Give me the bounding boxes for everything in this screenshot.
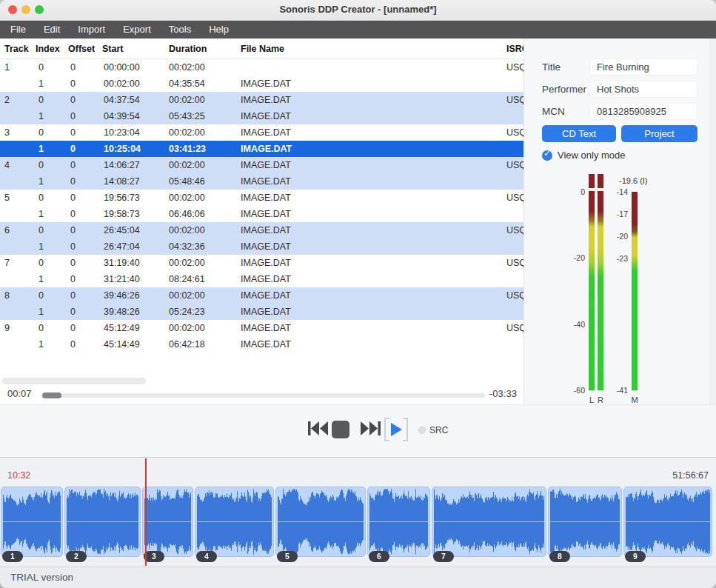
waveform-track-8[interactable] xyxy=(548,487,622,557)
col-isrc[interactable]: ISRC xyxy=(506,44,523,54)
track-number-badge: 7 xyxy=(433,551,454,562)
cell-duration: 05:43:25 xyxy=(169,108,205,124)
table-row[interactable]: 20004:37:5400:02:00IMAGE.DATUSQ xyxy=(0,92,523,108)
right-level-meter xyxy=(598,191,603,390)
col-track[interactable]: Track xyxy=(4,44,29,54)
previous-track-button[interactable] xyxy=(308,421,328,435)
cell-start: 00:00:00 xyxy=(104,59,140,76)
waveform-track-1[interactable] xyxy=(1,487,63,557)
cell-start: 00:02:00 xyxy=(104,76,140,92)
waveform-track-2[interactable] xyxy=(64,487,141,557)
table-row[interactable]: 70031:19:4000:02:00IMAGE.DATUSQ xyxy=(0,255,523,271)
table-row[interactable]: 90045:12:4900:02:00IMAGE.DATUSQ xyxy=(0,320,523,336)
seek-slider-track[interactable] xyxy=(42,393,485,398)
cell-index: 0 xyxy=(39,320,44,336)
cell-index: 0 xyxy=(39,157,44,173)
menu-bar: File Edit Import Export Tools Help xyxy=(0,21,716,39)
cell-file: IMAGE.DAT xyxy=(241,287,291,304)
cell-start: 26:45:04 xyxy=(104,222,140,238)
waveform-strip[interactable]: 123456789 xyxy=(0,485,716,567)
waveform-track-6[interactable] xyxy=(367,487,430,557)
cell-duration: 00:02:00 xyxy=(169,255,205,271)
table-row[interactable]: 60026:45:0400:02:00IMAGE.DATUSQ xyxy=(0,222,523,238)
timeline-ruler[interactable]: 10:32 51:56:67 xyxy=(0,457,716,485)
cell-start: 39:48:26 xyxy=(104,304,140,320)
cell-offset: 0 xyxy=(70,59,76,76)
loudness-readout: -19.6 (I) xyxy=(619,176,648,185)
table-row[interactable]: 1004:39:5405:43:25IMAGE.DAT xyxy=(0,108,523,124)
status-bar: TRIAL version xyxy=(0,567,716,588)
title-field[interactable] xyxy=(589,59,697,76)
waveform-track-9[interactable] xyxy=(623,487,712,557)
right-bracket-icon xyxy=(403,418,408,441)
menu-export[interactable]: Export xyxy=(123,21,151,39)
cell-duration: 05:48:46 xyxy=(169,173,205,190)
table-row[interactable]: 1010:25:0403:41:23IMAGE.DAT xyxy=(0,141,523,157)
cd-text-button[interactable]: CD Text xyxy=(542,125,616,142)
col-file-name[interactable]: File Name xyxy=(241,44,284,54)
cell-duration: 03:41:23 xyxy=(169,141,206,157)
table-row[interactable]: 30010:23:0400:02:00IMAGE.DATUSQ xyxy=(0,124,523,141)
table-row[interactable]: 1026:47:0404:32:36IMAGE.DAT xyxy=(0,238,523,255)
table-row[interactable]: 50019:56:7300:02:00IMAGE.DATUSQ xyxy=(0,190,523,206)
table-row[interactable]: 40014:06:2700:02:00IMAGE.DATUSQ xyxy=(0,157,523,173)
table-row[interactable]: 1045:14:4906:42:18IMAGE.DAT xyxy=(0,336,523,353)
menu-help[interactable]: Help xyxy=(209,21,229,39)
cell-index: 1 xyxy=(39,206,44,222)
playhead-cursor[interactable] xyxy=(145,458,147,566)
title-label: Title xyxy=(542,61,561,73)
table-row[interactable]: 1031:21:4008:24:61IMAGE.DAT xyxy=(0,271,523,287)
cell-duration: 00:02:00 xyxy=(169,287,205,304)
cell-duration: 00:02:00 xyxy=(169,59,205,76)
cell-offset: 0 xyxy=(70,206,76,222)
cell-index: 1 xyxy=(39,76,44,92)
cell-file: IMAGE.DAT xyxy=(241,271,291,287)
table-row[interactable]: 1014:08:2705:48:46IMAGE.DAT xyxy=(0,173,523,190)
waveform-track-3[interactable] xyxy=(142,487,193,557)
horizontal-scrollbar-thumb[interactable] xyxy=(2,378,146,384)
menu-edit[interactable]: Edit xyxy=(44,21,60,39)
cell-start: 45:14:49 xyxy=(104,336,140,353)
track-table-body: 10000:00:0000:02:00USQ1000:02:0004:35:54… xyxy=(0,59,523,353)
menu-file[interactable]: File xyxy=(10,21,26,39)
performer-field[interactable] xyxy=(589,81,697,98)
cell-file: IMAGE.DAT xyxy=(241,255,291,271)
col-start[interactable]: Start xyxy=(102,44,123,54)
table-row[interactable]: 10000:00:0000:02:00USQ xyxy=(0,59,523,76)
remaining-time: -03:33 xyxy=(489,388,517,399)
col-index[interactable]: Index xyxy=(36,44,60,54)
play-icon[interactable] xyxy=(391,423,402,436)
menu-import[interactable]: Import xyxy=(78,21,105,39)
project-button[interactable]: Project xyxy=(621,125,697,142)
performer-label: Performer xyxy=(542,84,586,95)
mcn-field[interactable] xyxy=(589,103,697,120)
m-scale-41: -41 xyxy=(603,386,628,395)
cell-index: 0 xyxy=(39,255,44,271)
table-row[interactable]: 1000:02:0004:35:54IMAGE.DAT xyxy=(0,76,523,92)
stop-button[interactable] xyxy=(332,421,349,438)
cell-index: 1 xyxy=(39,271,44,287)
menu-tools[interactable]: Tools xyxy=(169,21,191,39)
track-number-badge: 4 xyxy=(196,551,217,562)
table-row[interactable]: 80039:46:2600:02:00IMAGE.DATUSQ xyxy=(0,287,523,304)
m-scale-23: -23 xyxy=(603,254,628,263)
table-row[interactable]: 1019:58:7306:46:06IMAGE.DAT xyxy=(0,206,523,222)
lr-scale-40: -40 xyxy=(560,320,585,329)
cell-file: IMAGE.DAT xyxy=(241,336,291,353)
right-channel-label: R xyxy=(597,395,604,404)
right-meter-clip-indicator xyxy=(598,174,603,188)
cell-track: 7 xyxy=(4,255,10,271)
view-only-checkbox[interactable] xyxy=(542,150,552,161)
waveform-track-7[interactable] xyxy=(432,487,546,557)
waveform-track-5[interactable] xyxy=(275,487,366,557)
seek-slider-thumb[interactable] xyxy=(42,392,61,398)
next-track-button[interactable] xyxy=(361,421,381,435)
waveform-track-4[interactable] xyxy=(195,487,274,557)
cell-track: 1 xyxy=(4,59,10,76)
cell-offset: 0 xyxy=(70,92,76,108)
cell-file: IMAGE.DAT xyxy=(241,141,292,157)
table-row[interactable]: 1039:48:2605:24:23IMAGE.DAT xyxy=(0,304,523,320)
col-duration[interactable]: Duration xyxy=(169,44,207,54)
cell-offset: 0 xyxy=(70,304,76,320)
col-offset[interactable]: Offset xyxy=(68,44,95,54)
